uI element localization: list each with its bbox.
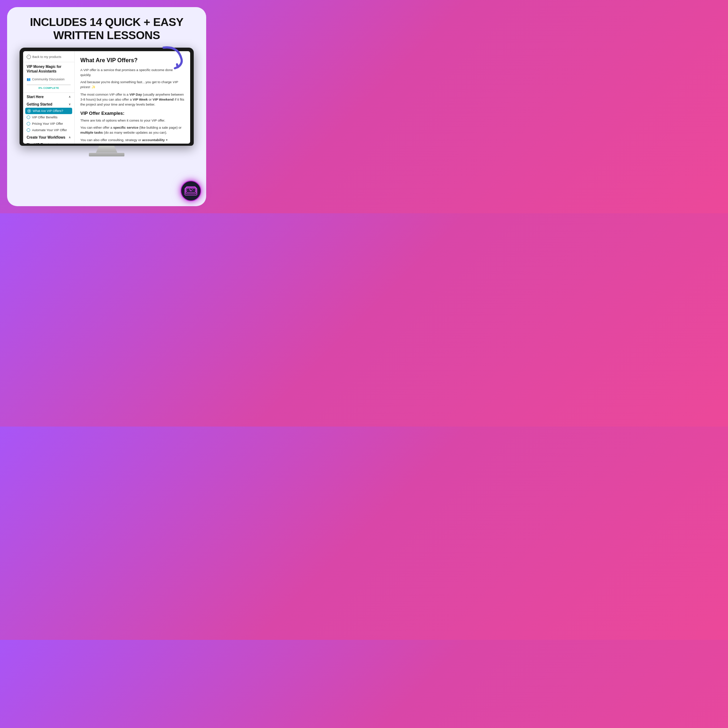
chevron-down-icon: ∧ <box>69 136 71 139</box>
back-link[interactable]: ← Back to my products <box>23 55 74 62</box>
chevron-down-icon: ∧ <box>69 95 71 98</box>
lesson-pricing-vip-offer[interactable]: Pricing Your VIP Offer <box>23 121 74 127</box>
money-icon-badge: $ <box>180 180 201 201</box>
course-title: VIP Money Magic for Virtual Assistants <box>23 64 74 76</box>
chevron-down-icon: ∧ <box>69 143 71 144</box>
active-circle-icon <box>28 109 31 113</box>
community-row[interactable]: 👥 Community Discussion <box>23 76 74 82</box>
progress-label: 0% COMPLETE <box>27 86 71 90</box>
chevron-up-icon: ∨ <box>69 103 71 106</box>
sidebar: ← Back to my products VIP Money Magic fo… <box>23 51 75 144</box>
section-vip-treatment[interactable]: The VIP Treatment ∧ <box>23 141 74 144</box>
italic-vip-prices: VIP prices <box>80 80 178 89</box>
stand-neck <box>96 146 117 153</box>
monitor-stand <box>89 146 124 156</box>
headline: INCLUDES 14 QUICK + EASY WRITTEN LESSONS <box>30 16 184 42</box>
outer-card: INCLUDES 14 QUICK + EASY WRITTEN LESSONS… <box>7 7 206 206</box>
examples-intro: There are lots of options when it comes … <box>80 118 185 123</box>
community-icon: 👥 <box>27 78 31 81</box>
section-start-here[interactable]: Start Here ∧ <box>23 93 74 100</box>
examples-body1: You can either offer a specific service … <box>80 125 185 135</box>
progress-bar-container: 0% COMPLETE <box>23 84 74 93</box>
lesson-what-are-vip-offers[interactable]: What Are VIP Offers? <box>25 108 72 114</box>
arrow-decoration <box>160 44 188 72</box>
para-2: And because you're doing something fast…… <box>80 80 185 90</box>
circle-icon <box>27 116 30 119</box>
circle-icon <box>27 128 30 132</box>
stand-base <box>89 153 124 156</box>
examples-subtitle: VIP Offer Examples: <box>80 110 185 117</box>
lesson-automate-vip-offer[interactable]: Automate Your VIP Offer <box>23 127 74 133</box>
back-icon: ← <box>27 55 31 59</box>
para-3: The most common VIP offer is a VIP Day (… <box>80 92 185 107</box>
progress-track <box>27 84 71 85</box>
circle-icon <box>27 122 30 125</box>
examples-body2: You can also offer consulting, strategy … <box>80 138 185 144</box>
section-getting-started[interactable]: Getting Started ∨ <box>23 100 74 108</box>
section-create-workflows[interactable]: Create Your Workflows ∧ <box>23 133 74 141</box>
lesson-vip-offer-benefits[interactable]: VIP Offer Benefits <box>23 114 74 121</box>
monitor-wrapper: ← Back to my products VIP Money Magic fo… <box>14 47 199 156</box>
money-icon: $ <box>185 186 197 196</box>
